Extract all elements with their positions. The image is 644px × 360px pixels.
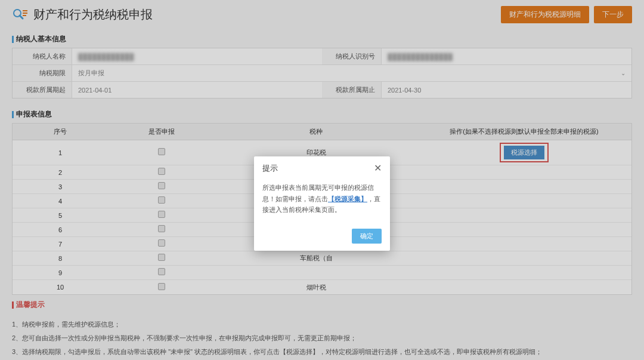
modal-title: 提示 xyxy=(262,163,278,174)
prompt-modal: 提示 ✕ 所选申报表当前属期无可申报的税源信息！如需申报，请点击【税源采集】，直… xyxy=(254,156,390,251)
modal-header: 提示 ✕ xyxy=(254,156,390,180)
tax-source-collect-link[interactable]: 【税源采集】 xyxy=(328,195,367,202)
modal-body: 所选申报表当前属期无可申报的税源信息！如需申报，请点击【税源采集】，直接进入当前… xyxy=(254,180,390,224)
close-icon[interactable]: ✕ xyxy=(374,162,382,174)
confirm-button[interactable]: 确定 xyxy=(352,229,382,244)
modal-footer: 确定 xyxy=(254,224,390,251)
